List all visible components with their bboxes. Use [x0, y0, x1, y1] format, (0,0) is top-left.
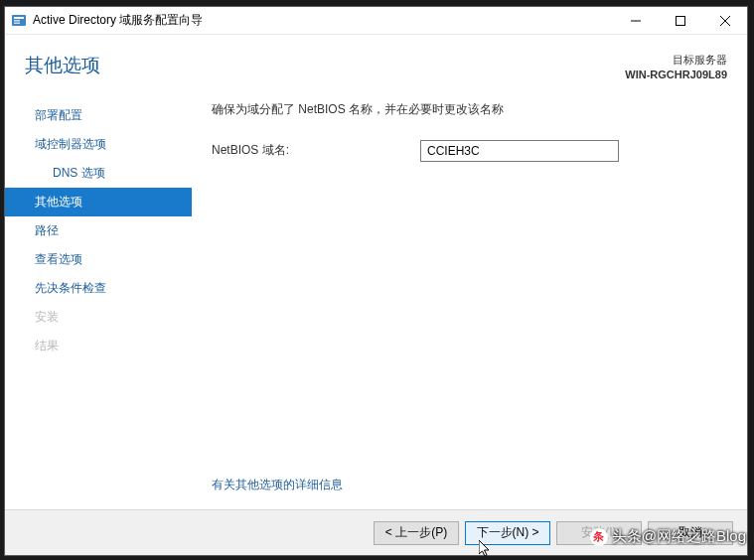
header-row: 其他选项 目标服务器 WIN-RGCHRJ09L89 — [5, 35, 747, 95]
window-controls — [613, 7, 747, 34]
maximize-button[interactable] — [658, 7, 702, 34]
netbios-input[interactable] — [420, 140, 619, 162]
svg-rect-5 — [676, 16, 684, 25]
sidebar-item-additional-options[interactable]: 其他选项 — [5, 188, 192, 216]
wizard-window: Active Directory 域服务配置向导 其他选项 目标服务器 WIN-… — [4, 6, 748, 556]
sidebar-item-paths[interactable]: 路径 — [5, 216, 192, 245]
titlebar: Active Directory 域服务配置向导 — [5, 7, 747, 35]
page-title: 其他选项 — [25, 53, 625, 83]
sidebar-item-prereq-check[interactable]: 先决条件检查 — [5, 274, 192, 303]
more-info-link[interactable]: 有关其他选项的详细信息 — [212, 477, 727, 493]
svg-rect-1 — [14, 17, 24, 19]
install-button: 安装(I) — [556, 521, 642, 545]
next-button[interactable]: 下一步(N) > — [465, 521, 550, 545]
window-title: Active Directory 域服务配置向导 — [33, 12, 613, 29]
close-button[interactable] — [702, 7, 747, 34]
main-panel: 确保为域分配了 NetBIOS 名称，并在必要时更改该名称 NetBIOS 域名… — [192, 95, 747, 509]
sidebar-item-dc-options[interactable]: 域控制器选项 — [5, 130, 192, 159]
sidebar-item-deployment-config[interactable]: 部署配置 — [5, 101, 192, 130]
app-icon — [11, 13, 27, 29]
previous-button[interactable]: < 上一步(P) — [374, 521, 459, 545]
target-server-name: WIN-RGCHRJ09L89 — [625, 68, 727, 82]
sidebar-item-review-options[interactable]: 查看选项 — [5, 245, 192, 274]
target-label: 目标服务器 — [625, 53, 727, 68]
svg-rect-3 — [14, 22, 20, 24]
sidebar-item-dns-options[interactable]: DNS 选项 — [5, 159, 192, 188]
spacer — [212, 176, 727, 477]
body-area: 其他选项 目标服务器 WIN-RGCHRJ09L89 部署配置 域控制器选项 D… — [5, 35, 747, 555]
footer: < 上一步(P) 下一步(N) > 安装(I) 取消 — [5, 509, 747, 555]
netbios-field-row: NetBIOS 域名: — [212, 140, 727, 162]
cancel-button[interactable]: 取消 — [648, 521, 733, 545]
sidebar: 部署配置 域控制器选项 DNS 选项 其他选项 路径 查看选项 先决条件检查 安… — [5, 95, 192, 509]
instruction-text: 确保为域分配了 NetBIOS 名称，并在必要时更改该名称 — [212, 101, 727, 118]
minimize-button[interactable] — [613, 7, 658, 34]
sidebar-item-install: 安装 — [5, 303, 192, 332]
netbios-label: NetBIOS 域名: — [212, 142, 420, 159]
sidebar-item-results: 结果 — [5, 332, 192, 360]
target-server-block: 目标服务器 WIN-RGCHRJ09L89 — [625, 53, 727, 83]
content-row: 部署配置 域控制器选项 DNS 选项 其他选项 路径 查看选项 先决条件检查 安… — [5, 95, 747, 509]
svg-rect-2 — [14, 20, 20, 22]
